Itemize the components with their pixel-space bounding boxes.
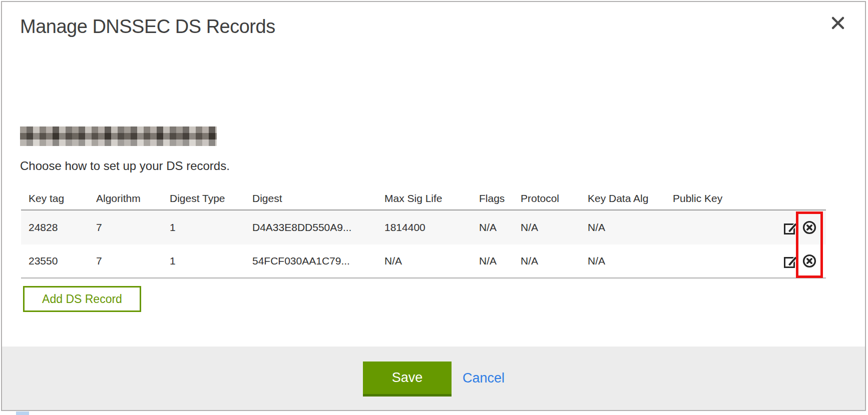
cell-key-data-alg: N/A — [588, 255, 673, 267]
col-key-data-alg: Key Data Alg — [588, 192, 673, 204]
page-title: Manage DNSSEC DS Records — [20, 16, 275, 38]
cell-digest-type: 1 — [170, 255, 252, 267]
edit-icon — [783, 220, 798, 235]
cell-digest: 54FCF030AA1C79... — [252, 255, 384, 267]
cell-max-sig-life: N/A — [384, 255, 479, 267]
col-public-key: Public Key — [673, 192, 778, 204]
ds-records-table: Key tag Algorithm Digest Type Digest Max… — [21, 187, 826, 278]
close-icon — [829, 14, 847, 32]
col-algorithm: Algorithm — [96, 192, 170, 204]
row-actions — [778, 220, 826, 235]
col-protocol: Protocol — [521, 192, 588, 204]
cancel-link[interactable]: Cancel — [463, 362, 505, 396]
col-digest: Digest — [252, 192, 384, 204]
cell-key-data-alg: N/A — [588, 222, 673, 234]
cell-algorithm: 7 — [96, 222, 170, 234]
x-circle-icon — [802, 220, 817, 235]
delete-record-button[interactable] — [802, 254, 817, 268]
edit-record-button[interactable] — [783, 254, 798, 268]
cell-max-sig-life: 1814400 — [384, 222, 479, 234]
col-key-tag: Key tag — [29, 192, 96, 204]
delete-record-button[interactable] — [802, 220, 817, 235]
edit-record-button[interactable] — [783, 220, 798, 235]
instruction-text: Choose how to set up your DS records. — [20, 159, 230, 173]
table-row: 23550 7 1 54FCF030AA1C79... N/A N/A N/A … — [21, 244, 826, 278]
close-button[interactable] — [829, 14, 847, 32]
add-ds-record-button[interactable]: Add DS Record — [23, 286, 141, 312]
edit-icon — [783, 254, 798, 268]
cell-flags: N/A — [479, 255, 521, 267]
cell-flags: N/A — [479, 222, 521, 234]
page-behind-fragment — [16, 412, 29, 415]
dnssec-ds-records-dialog: Manage DNSSEC DS Records Choose how to s… — [1, 1, 866, 411]
save-button[interactable]: Save — [363, 362, 452, 396]
cell-key-tag: 23550 — [29, 255, 96, 267]
table-header-row: Key tag Algorithm Digest Type Digest Max… — [21, 187, 826, 210]
dialog-footer: Save Cancel — [2, 346, 865, 410]
redacted-domain-name — [20, 126, 217, 146]
cell-protocol: N/A — [521, 255, 588, 267]
x-circle-icon — [802, 254, 817, 268]
table-row: 24828 7 1 D4A33E8DD550A9... 1814400 N/A … — [21, 210, 826, 244]
cell-key-tag: 24828 — [29, 222, 96, 234]
cell-digest: D4A33E8DD550A9... — [252, 222, 384, 234]
row-actions — [778, 254, 826, 268]
col-digest-type: Digest Type — [170, 192, 252, 204]
cell-algorithm: 7 — [96, 255, 170, 267]
cell-protocol: N/A — [521, 222, 588, 234]
col-flags: Flags — [479, 192, 521, 204]
col-max-sig-life: Max Sig Life — [384, 192, 479, 204]
cell-digest-type: 1 — [170, 222, 252, 234]
